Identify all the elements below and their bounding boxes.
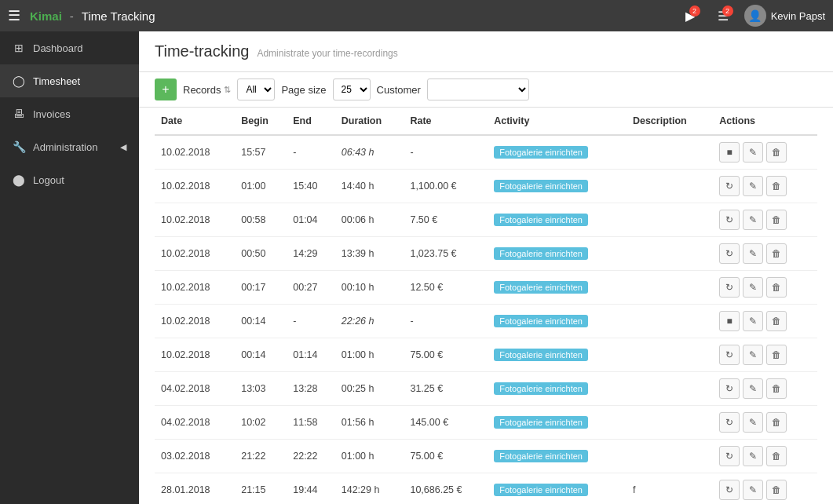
cell-duration: 01:00 h [335, 338, 404, 372]
edit-button[interactable]: ✎ [743, 446, 763, 466]
delete-button[interactable]: 🗑 [766, 446, 787, 466]
sidebar-label-logout: Logout [33, 174, 64, 186]
cell-rate: 1,023.75 € [404, 237, 488, 271]
cell-begin: 00:50 [235, 237, 287, 271]
hamburger-icon[interactable]: ☰ [8, 7, 20, 24]
delete-button[interactable]: 🗑 [766, 176, 787, 196]
edit-button[interactable]: ✎ [743, 210, 763, 230]
delete-button[interactable]: 🗑 [766, 243, 787, 264]
cell-actions: ↻ ✎ 🗑 [713, 170, 817, 203]
cell-begin: 01:00 [235, 170, 287, 203]
cell-begin: 00:14 [235, 338, 287, 372]
brand-link[interactable]: Kimai - Time Tracking [30, 9, 155, 23]
records-table: Date Begin End Duration Rate Activity De… [155, 108, 817, 504]
restart-button[interactable]: ↻ [719, 210, 740, 230]
restart-button[interactable]: ↻ [719, 277, 740, 298]
delete-button[interactable]: 🗑 [766, 480, 787, 500]
sidebar-item-timesheet[interactable]: ◯ Timesheet [0, 64, 139, 97]
edit-button[interactable]: ✎ [743, 277, 763, 298]
restart-button[interactable]: ↻ [719, 412, 740, 433]
main-content: Time-tracking Administrate your time-rec… [139, 31, 833, 504]
cell-end: 00:27 [287, 271, 335, 305]
cell-begin: 00:58 [235, 203, 287, 237]
brand-name: Kimai [30, 9, 62, 23]
restart-button[interactable]: ↻ [719, 243, 740, 264]
edit-button[interactable]: ✎ [743, 480, 763, 500]
table-row: 10.02.2018 00:14 01:14 01:00 h 75.00 € F… [155, 338, 817, 372]
table-row: 04.02.2018 13:03 13:28 00:25 h 31.25 € F… [155, 372, 817, 406]
restart-button[interactable]: ↻ [719, 345, 740, 365]
cell-begin: 00:14 [235, 305, 287, 338]
menu-button[interactable]: ☰ 2 [711, 4, 735, 27]
cell-description [627, 203, 713, 237]
customer-select[interactable] [427, 79, 529, 100]
cell-activity: Fotogalerie einrichten [488, 271, 627, 305]
records-filter-select[interactable]: All [237, 79, 275, 100]
cell-description [627, 135, 713, 170]
restart-button[interactable]: ↻ [719, 176, 740, 196]
cell-end: 13:28 [287, 372, 335, 406]
add-button[interactable]: + [155, 79, 177, 100]
col-date: Date [155, 108, 235, 135]
cell-description: f [627, 473, 713, 505]
delete-button[interactable]: 🗑 [766, 142, 787, 163]
delete-button[interactable]: 🗑 [766, 210, 787, 230]
cell-rate: 75.00 € [404, 338, 488, 372]
cell-activity: Fotogalerie einrichten [488, 406, 627, 440]
page-header: Time-tracking Administrate your time-rec… [139, 31, 833, 72]
edit-button[interactable]: ✎ [743, 142, 763, 163]
administration-arrow: ◀ [120, 142, 126, 152]
cell-actions: ↻ ✎ 🗑 [713, 440, 817, 473]
play-badge: 2 [689, 5, 700, 16]
user-menu[interactable]: 👤 Kevin Papst [744, 5, 825, 27]
customer-label: Customer [377, 84, 421, 96]
sidebar-item-logout[interactable]: ⬤ Logout [0, 163, 139, 196]
play-button[interactable]: ▶ 2 [678, 4, 702, 27]
stop-button[interactable]: ■ [719, 142, 740, 163]
cell-date: 10.02.2018 [155, 170, 235, 203]
cell-rate: 10,686.25 € [404, 473, 488, 505]
sidebar-item-administration[interactable]: 🔧 Administration ◀ [0, 130, 139, 163]
cell-activity: Fotogalerie einrichten [488, 203, 627, 237]
cell-begin: 15:57 [235, 135, 287, 170]
col-end: End [287, 108, 335, 135]
delete-button[interactable]: 🗑 [766, 412, 787, 433]
cell-activity: Fotogalerie einrichten [488, 372, 627, 406]
delete-button[interactable]: 🗑 [766, 345, 787, 365]
col-rate: Rate [404, 108, 488, 135]
delete-button[interactable]: 🗑 [766, 277, 787, 298]
restart-button[interactable]: ↻ [719, 446, 740, 466]
page-subtitle: Administrate your time-recordings [257, 48, 397, 59]
table-row: 10.02.2018 00:17 00:27 00:10 h 12.50 € F… [155, 271, 817, 305]
username: Kevin Papst [771, 10, 825, 22]
restart-button[interactable]: ↻ [719, 480, 740, 500]
sidebar-item-dashboard[interactable]: ⊞ Dashboard [0, 31, 139, 64]
cell-description [627, 170, 713, 203]
col-actions: Actions [713, 108, 817, 135]
delete-button[interactable]: 🗑 [766, 311, 787, 331]
edit-button[interactable]: ✎ [743, 311, 763, 331]
cell-duration: 00:06 h [335, 203, 404, 237]
restart-button[interactable]: ↻ [719, 378, 740, 399]
edit-button[interactable]: ✎ [743, 412, 763, 433]
page-size-select[interactable]: 25 [333, 79, 371, 100]
cell-duration: 00:10 h [335, 271, 404, 305]
edit-button[interactable]: ✎ [743, 243, 763, 264]
cell-actions: ↻ ✎ 🗑 [713, 406, 817, 440]
table-row: 10.02.2018 00:14 - 22:26 h - Fotogalerie… [155, 305, 817, 338]
cell-description [627, 406, 713, 440]
sidebar-label-administration: Administration [33, 141, 97, 153]
stop-button[interactable]: ■ [719, 311, 740, 331]
navbar: ☰ Kimai - Time Tracking ▶ 2 ☰ 2 👤 Kevin … [0, 0, 833, 31]
delete-button[interactable]: 🗑 [766, 378, 787, 399]
cell-date: 10.02.2018 [155, 271, 235, 305]
cell-duration: 22:26 h [335, 305, 404, 338]
cell-rate: 145.00 € [404, 406, 488, 440]
edit-button[interactable]: ✎ [743, 378, 763, 399]
edit-button[interactable]: ✎ [743, 176, 763, 196]
cell-end: 14:29 [287, 237, 335, 271]
cell-date: 10.02.2018 [155, 237, 235, 271]
sidebar-item-invoices[interactable]: 🖶 Invoices [0, 97, 139, 130]
edit-button[interactable]: ✎ [743, 345, 763, 365]
sidebar-label-invoices: Invoices [33, 108, 71, 120]
